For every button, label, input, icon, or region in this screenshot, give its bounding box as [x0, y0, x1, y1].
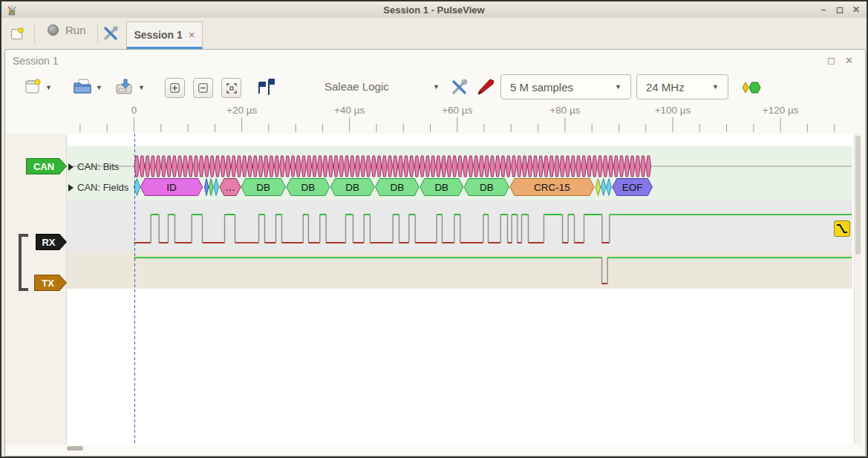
close-button[interactable]: ✕: [850, 4, 862, 16]
pulseview-window: Session 1 - PulseView – ◻ ✕ Run: [0, 0, 868, 458]
can-fields-label-text: CAN: Fields: [77, 182, 128, 193]
window-title: Session 1 - PulseView: [1, 4, 867, 16]
probe-icon: [476, 77, 495, 96]
zoom-out-button[interactable]: [193, 78, 213, 98]
toolbar-separator: [34, 22, 35, 45]
can-decoder-row-bg[interactable]: [67, 146, 852, 200]
sample-count-combobox[interactable]: 5 M samples ▼: [500, 74, 631, 99]
tx-tag-label: TX: [42, 278, 54, 289]
dock-close-button[interactable]: ✕: [845, 55, 853, 66]
run-label: Run: [65, 24, 86, 36]
dock-title: Session 1: [13, 55, 58, 67]
vertical-scrollbar-handle[interactable]: [855, 136, 861, 255]
rx-row-bg[interactable]: [67, 200, 852, 252]
title-bar[interactable]: Session 1 - PulseView – ◻ ✕: [1, 1, 867, 19]
open-dropdown-arrow[interactable]: ▼: [96, 84, 102, 91]
decoder-icon: [741, 81, 761, 94]
time-ruler[interactable]: [5, 102, 854, 134]
new-file-button[interactable]: [24, 78, 42, 96]
falling-edge-icon: [836, 223, 848, 234]
tab-session-1[interactable]: Session 1 ×: [126, 22, 203, 49]
new-file-dropdown-arrow[interactable]: ▼: [45, 84, 52, 91]
zoom-fit-button[interactable]: [221, 78, 241, 98]
channels-button[interactable]: [476, 77, 495, 96]
expand-arrow-icon[interactable]: [68, 163, 74, 171]
zoom-in-icon: [170, 83, 180, 93]
show-cursors-button[interactable]: [254, 77, 275, 97]
tab-label: Session 1: [134, 29, 182, 41]
minimize-button[interactable]: –: [818, 4, 829, 16]
toolbar-separator: [97, 22, 98, 45]
zoom-out-icon: [198, 83, 208, 93]
configure-icon: [450, 78, 469, 96]
device-dropdown-arrow: ▼: [433, 83, 440, 91]
sample-count-dropdown-arrow: ▼: [615, 83, 621, 91]
settings-button[interactable]: [102, 24, 120, 42]
can-bits-row-label[interactable]: CAN: Bits: [68, 161, 119, 172]
configure-device-button[interactable]: [450, 78, 469, 96]
device-selector[interactable]: Saleae Logic ▼: [324, 80, 440, 93]
zoom-fit-icon: [226, 83, 237, 94]
flags-icon: [254, 77, 275, 97]
sample-rate-value: 24 MHz: [646, 81, 685, 94]
tx-row-bg[interactable]: [67, 252, 852, 289]
save-dropdown-arrow[interactable]: ▼: [138, 84, 145, 91]
main-toolbar: Run Session 1 ×: [1, 18, 867, 49]
decoder-channel-bracket: [19, 234, 28, 291]
dock-float-button[interactable]: ◻: [827, 55, 835, 66]
sample-count-value: 5 M samples: [510, 81, 573, 94]
can-fields-row-label[interactable]: CAN: Fields: [68, 182, 128, 193]
maximize-button[interactable]: ◻: [834, 4, 846, 16]
run-led-icon: [48, 24, 59, 36]
device-name: Saleae Logic: [324, 80, 389, 93]
sample-rate-combobox[interactable]: 24 MHz ▼: [636, 74, 728, 99]
add-decoder-button[interactable]: [741, 81, 761, 94]
new-file-icon: [24, 78, 42, 96]
can-tag-label: CAN: [33, 161, 54, 172]
sample-rate-dropdown-arrow: ▼: [712, 83, 719, 91]
can-decoder-tag[interactable]: CAN: [26, 158, 67, 174]
new-session-icon: [10, 27, 24, 41]
trigger-marker-badge[interactable]: [834, 220, 850, 237]
rx-tag-label: RX: [42, 237, 55, 248]
run-button[interactable]: Run: [48, 24, 86, 36]
save-icon: [114, 77, 134, 96]
can-bits-label-text: CAN: Bits: [77, 161, 119, 172]
tab-close-icon[interactable]: ×: [189, 28, 195, 41]
new-session-button[interactable]: [9, 26, 25, 42]
crossed-tools-icon: [102, 25, 119, 42]
save-button[interactable]: [114, 77, 134, 96]
horizontal-scrollbar-handle[interactable]: [67, 446, 83, 451]
open-button[interactable]: [73, 77, 92, 96]
open-folder-icon: [73, 77, 92, 96]
expand-arrow-icon[interactable]: [68, 184, 74, 192]
zoom-in-button[interactable]: [165, 78, 185, 98]
